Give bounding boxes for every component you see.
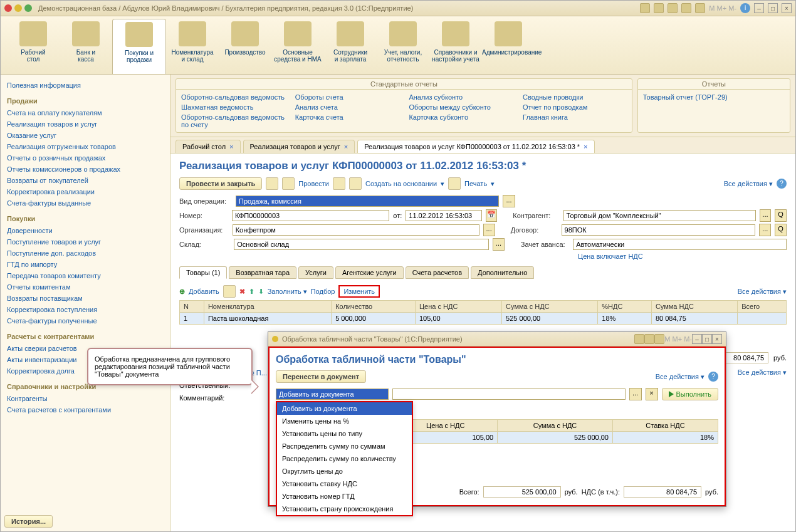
sub-tab[interactable]: Услуги <box>298 266 333 279</box>
col-header[interactable]: Количество <box>332 301 416 313</box>
date-picker-button[interactable]: 📅 <box>486 209 498 222</box>
dropdown-option[interactable]: Распределить сумму по суммам <box>277 440 412 452</box>
sidebar-item[interactable]: Отчеты о розничных продажах <box>7 152 164 164</box>
contr-input[interactable]: Торговый дом "Комплексный" <box>563 210 756 221</box>
contr-select-button[interactable]: ... <box>760 209 772 222</box>
grid-cell[interactable]: 1 <box>180 313 204 325</box>
maximize-button[interactable]: □ <box>768 3 778 13</box>
grid-cell[interactable]: 18% <box>598 313 652 325</box>
toolbar-item-2[interactable]: Покупки и продажи <box>112 19 166 74</box>
report-link[interactable]: Сводные проводки <box>523 92 627 102</box>
calendar-icon[interactable] <box>695 3 705 13</box>
sidebar-item[interactable]: Отчеты комиссионеров о продажах <box>7 164 164 175</box>
num-input[interactable]: КФП00000003 <box>232 210 389 221</box>
sidebar-item[interactable]: Возвраты поставщикам <box>7 293 164 304</box>
toolbar-item-3[interactable]: Номенклатура и склад <box>166 19 219 74</box>
sidebar-item[interactable]: Отчеты комитентам <box>7 281 164 293</box>
dropdown-option[interactable]: Установить номер ГТД <box>277 490 412 503</box>
sub-tab[interactable]: Дополнительно <box>471 266 534 279</box>
save-doc-icon[interactable] <box>266 177 278 190</box>
toolbar-item-6[interactable]: Сотрудники и зарплата <box>324 19 377 74</box>
dropdown-option[interactable]: Распределить сумму по количеству <box>277 452 412 465</box>
toolbar-item-8[interactable]: Справочники и настройки учета <box>429 19 482 74</box>
dt-kt-icon[interactable] <box>333 177 345 190</box>
dropdown-option[interactable]: Изменить цены на % <box>277 415 412 427</box>
delete-row-icon[interactable]: ✖ <box>239 288 245 296</box>
report-link[interactable]: Обороты счета <box>295 92 399 102</box>
dlg-min-button[interactable]: – <box>692 334 702 344</box>
print-icon[interactable] <box>654 3 664 13</box>
post-icon[interactable] <box>282 177 295 190</box>
doc-help-icon[interactable]: ? <box>777 179 787 189</box>
sidebar-item[interactable]: Корректировка реализации <box>7 186 164 197</box>
sidebar-item[interactable]: Контрагенты <box>7 393 164 404</box>
tab-close-icon[interactable]: × <box>584 143 587 150</box>
report-link[interactable]: Оборотно-сальдовая ведомость по счету <box>181 112 285 130</box>
sidebar-item[interactable]: Счета на оплату покупателям <box>7 107 164 118</box>
tree-icon[interactable] <box>349 177 362 190</box>
star-icon[interactable] <box>668 3 678 13</box>
printer-icon[interactable] <box>448 177 461 190</box>
dlg-max-button[interactable]: □ <box>702 334 712 344</box>
sidebar-item[interactable]: Счета-фактуры выданные <box>7 197 164 209</box>
table-all-actions[interactable]: Все действия ▾ <box>738 288 787 296</box>
col-header[interactable]: Всего <box>738 301 787 313</box>
dlg-star-icon[interactable] <box>634 334 644 344</box>
sidebar-item[interactable]: Поступление товаров и услуг <box>7 236 164 248</box>
dlg-calc-icon[interactable] <box>644 334 654 344</box>
sub-tab[interactable]: Счета расчетов <box>406 266 469 279</box>
report-link[interactable]: Анализ счета <box>295 102 399 112</box>
sidebar-item[interactable]: ГТД по импорту <box>7 259 164 270</box>
sidebar-item[interactable]: Передача товаров комитенту <box>7 270 164 281</box>
sidebar-item[interactable]: Корректировка поступления <box>7 304 164 315</box>
fill-button[interactable]: Заполнить ▾ <box>268 288 307 296</box>
col-header[interactable]: Сумма НДС <box>651 301 737 313</box>
sidebar-item[interactable]: Реализация товаров и услуг <box>7 118 164 130</box>
contr-open-button[interactable]: Q <box>775 209 787 222</box>
org-select-button[interactable]: ... <box>483 224 495 236</box>
report-link[interactable]: Карточка счета <box>295 112 399 122</box>
calc-icon[interactable] <box>681 3 691 13</box>
footer-all-actions[interactable]: Все действия ▾ <box>738 368 787 377</box>
minimize-button[interactable]: – <box>754 3 764 13</box>
execute-button[interactable]: Выполнить <box>662 388 718 400</box>
dlg-calendar-icon[interactable] <box>654 334 664 344</box>
toolbar-item-1[interactable]: Банк и касса <box>60 19 112 74</box>
doc-ref-input[interactable] <box>392 389 626 400</box>
sidebar-useful-info[interactable]: Полезная информация <box>7 80 164 91</box>
report-link[interactable]: Обороты между субконто <box>409 102 513 112</box>
down-icon[interactable]: ⬇ <box>258 288 264 296</box>
tab-close-icon[interactable]: × <box>229 143 233 150</box>
tab-close-icon[interactable]: × <box>344 143 348 150</box>
doc-ref-clear[interactable]: × <box>646 388 658 400</box>
grid-cell[interactable] <box>738 313 787 325</box>
dlg-close-button[interactable]: × <box>712 334 722 344</box>
dlg-col-header[interactable]: Ставка НДС <box>612 420 718 432</box>
pick-button[interactable]: Подбор <box>311 288 335 295</box>
copy-row-icon[interactable] <box>223 285 236 298</box>
save-icon[interactable] <box>640 3 650 13</box>
grid-cell[interactable]: 105,00 <box>415 313 501 325</box>
dog-open-button[interactable]: Q <box>775 224 787 236</box>
report-link[interactable]: Оборотно-сальдовая ведомость <box>181 92 285 102</box>
wh-select-button[interactable]: ... <box>493 238 505 251</box>
dog-input[interactable]: 98ПОК <box>562 224 756 236</box>
report-link[interactable]: Шахматная ведомость <box>181 102 285 112</box>
dropdown-option[interactable]: Установить ставку НДС <box>277 477 412 490</box>
all-actions-link[interactable]: Все действия ▾ <box>724 180 773 188</box>
add-row-button[interactable]: Добавить <box>189 288 219 295</box>
col-header[interactable]: Сумма с НДС <box>502 301 598 313</box>
doc-ref-select[interactable]: ... <box>629 388 642 400</box>
sidebar-item[interactable]: Оказание услуг <box>7 130 164 141</box>
wh-input[interactable]: Основной склад <box>234 239 489 250</box>
history-button[interactable]: История... <box>4 515 53 528</box>
report-link[interactable]: Отчет по проводкам <box>523 102 627 112</box>
dlg-grid-cell[interactable]: 18% <box>612 432 718 444</box>
toolbar-item-4[interactable]: Производство <box>219 19 271 74</box>
toolbar-item-5[interactable]: Основные средства и НМА <box>271 19 324 74</box>
create-on-link[interactable]: Создать на основании <box>365 180 437 187</box>
dog-select-button[interactable]: ... <box>759 224 771 236</box>
grid-cell[interactable]: 5 000,000 <box>332 313 416 325</box>
sub-tab[interactable]: Агентские услуги <box>335 266 404 279</box>
close-button[interactable]: × <box>782 3 792 13</box>
